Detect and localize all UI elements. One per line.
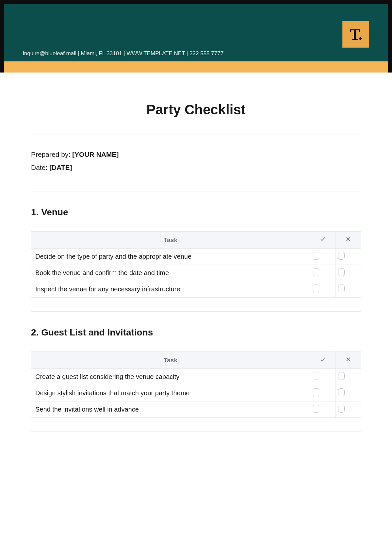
checkbox[interactable]	[338, 285, 345, 292]
x-cell	[335, 249, 361, 265]
section-heading-venue: 1. Venue	[31, 207, 361, 218]
checkbox[interactable]	[313, 252, 319, 260]
checkbox[interactable]	[338, 388, 345, 396]
x-header	[335, 352, 361, 369]
check-cell	[310, 265, 335, 281]
check-cell	[310, 249, 335, 265]
date-label: Date:	[31, 164, 49, 171]
x-cell	[335, 385, 361, 401]
table-row: Design stylish invitations that match yo…	[31, 385, 361, 401]
checkbox[interactable]	[313, 372, 319, 380]
task-cell: Decide on the type of party and the appr…	[31, 249, 310, 265]
date-line: Date: [DATE]	[31, 164, 361, 171]
table-row: Inspect the venue for any necessary infr…	[31, 281, 361, 298]
table-row: Book the venue and confirm the date and …	[31, 265, 361, 281]
check-cell	[310, 281, 335, 298]
checkbox[interactable]	[313, 285, 319, 292]
task-header: Task	[31, 232, 310, 249]
header-frame: T. inquire@blueleaf.mail | Miami, FL 331…	[0, 0, 392, 73]
contact-info: inquire@blueleaf.mail | Miami, FL 33101 …	[23, 50, 223, 57]
x-header	[335, 232, 361, 249]
table-row: Decide on the type of party and the appr…	[31, 249, 361, 265]
checkbox[interactable]	[338, 372, 345, 380]
checkbox[interactable]	[313, 388, 319, 396]
task-cell: Send the invitations well in advance	[31, 401, 310, 418]
checkbox[interactable]	[313, 405, 319, 413]
task-header: Task	[31, 352, 310, 369]
logo-box: T.	[342, 21, 369, 48]
check-header	[310, 352, 335, 369]
x-cell	[335, 369, 361, 385]
task-cell: Design stylish invitations that match yo…	[31, 385, 310, 401]
prepared-by-line: Prepared by: [YOUR NAME]	[31, 151, 361, 158]
prepared-by-value: [YOUR NAME]	[72, 151, 119, 158]
x-icon	[345, 356, 351, 362]
checkbox[interactable]	[338, 252, 345, 260]
table-row: Create a guest list considering the venu…	[31, 369, 361, 385]
header-banner: T. inquire@blueleaf.mail | Miami, FL 331…	[4, 4, 388, 61]
guests-table: Task Create a guest list considering the…	[31, 351, 361, 418]
document-body: Party Checklist Prepared by: [YOUR NAME]…	[0, 73, 392, 451]
check-header	[310, 232, 335, 249]
x-cell	[335, 281, 361, 298]
x-cell	[335, 265, 361, 281]
task-cell: Book the venue and confirm the date and …	[31, 265, 310, 281]
page-title: Party Checklist	[31, 102, 361, 118]
check-icon	[320, 236, 326, 242]
checkbox[interactable]	[338, 268, 345, 276]
x-icon	[345, 236, 351, 242]
check-cell	[310, 401, 335, 418]
meta-block: Prepared by: [YOUR NAME] Date: [DATE]	[31, 135, 361, 191]
check-cell	[310, 369, 335, 385]
checkbox[interactable]	[338, 405, 345, 413]
task-cell: Create a guest list considering the venu…	[31, 369, 310, 385]
prepared-by-label: Prepared by:	[31, 151, 72, 158]
section-divider	[31, 311, 361, 312]
meta-divider	[31, 191, 361, 191]
check-icon	[320, 356, 326, 362]
checkbox[interactable]	[313, 268, 319, 276]
logo-text: T.	[350, 25, 362, 43]
x-cell	[335, 401, 361, 418]
section-divider	[31, 432, 361, 432]
section-heading-guests: 2. Guest List and Invitations	[31, 327, 361, 338]
date-value: [DATE]	[49, 164, 72, 171]
check-cell	[310, 385, 335, 401]
table-row: Send the invitations well in advance	[31, 401, 361, 418]
venue-table: Task Decide on the type of party and the…	[31, 231, 361, 298]
accent-bar	[4, 61, 388, 73]
task-cell: Inspect the venue for any necessary infr…	[31, 281, 310, 298]
